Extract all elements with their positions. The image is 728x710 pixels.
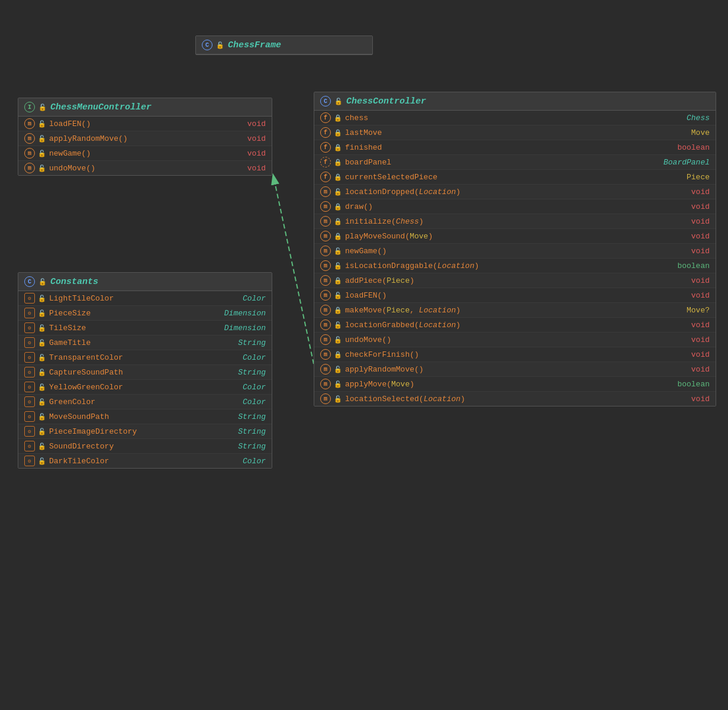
name-PieceImageDirectory: PieceImageDirectory bbox=[49, 427, 215, 436]
member-undoMove-ctrl: m 🔓 undoMove() void bbox=[314, 333, 716, 347]
lock-applyMove: 🔓 bbox=[334, 380, 342, 388]
member-TransparentColor: ⚙ 🔓 TransparentColor Color bbox=[18, 350, 272, 365]
type-chess: Chess bbox=[662, 114, 710, 122]
type-applyRandomMove-ctrl: void bbox=[662, 365, 710, 374]
badge-m-initialize: m bbox=[320, 216, 331, 227]
type-locationDropped: void bbox=[662, 188, 710, 196]
type-loadFEN: void bbox=[218, 120, 266, 128]
constants-box: C 🔓 Constants ⚙ 🔓 LightTileColor Color ⚙… bbox=[18, 272, 272, 469]
member-makeMove: m 🔒 makeMove(Piece, Location) Move? bbox=[314, 303, 716, 318]
member-checkForFinish: m 🔒 checkForFinish() void bbox=[314, 347, 716, 362]
lock-GreenColor: 🔓 bbox=[38, 398, 46, 406]
name-chess: chess bbox=[345, 114, 659, 122]
lock-makeMove: 🔒 bbox=[334, 306, 342, 314]
badge-m-isLocationDraggable: m bbox=[320, 260, 331, 271]
chess-menu-controller-box: I 🔓 ChessMenuController m 🔓 loadFEN() vo… bbox=[18, 98, 272, 176]
lock-draw: 🔒 bbox=[334, 203, 342, 211]
lock-newGame-ctrl: 🔓 bbox=[334, 247, 342, 255]
chess-frame-title: ChessFrame bbox=[228, 40, 281, 50]
name-loadFEN-ctrl: loadFEN() bbox=[345, 291, 659, 300]
lock-GameTitle: 🔓 bbox=[38, 339, 46, 347]
type-undoMove-ctrl: void bbox=[662, 335, 710, 344]
member-chess: f 🔒 chess Chess bbox=[314, 111, 716, 125]
chess-frame-lock: 🔓 bbox=[216, 41, 224, 49]
member-addPiece: m 🔒 addPiece(Piece) void bbox=[314, 273, 716, 288]
name-TileSize: TileSize bbox=[49, 324, 215, 333]
lock-locationGrabbed: 🔓 bbox=[334, 321, 342, 329]
member-draw: m 🔒 draw() void bbox=[314, 199, 716, 214]
chess-controller-box: C 🔓 ChessController f 🔒 chess Chess f 🔒 … bbox=[314, 92, 716, 406]
lock-CaptureSoundPath: 🔓 bbox=[38, 369, 46, 376]
badge-d-PieceSize: ⚙ bbox=[24, 308, 35, 318]
name-newGame-ctrl: newGame() bbox=[345, 247, 659, 256]
type-checkForFinish: void bbox=[662, 350, 710, 359]
badge-m-loadFEN-ctrl: m bbox=[320, 290, 331, 301]
badge-m-newGame-ctrl: m bbox=[320, 246, 331, 256]
name-addPiece: addPiece(Piece) bbox=[345, 276, 659, 285]
member-locationSelected: m 🔓 locationSelected(Location) void bbox=[314, 392, 716, 406]
name-newGame-menu: newGame() bbox=[49, 149, 215, 158]
member-currentSelectedPiece: f 🔒 currentSelectedPiece Piece bbox=[314, 170, 716, 185]
type-GreenColor: Color bbox=[218, 398, 266, 406]
name-playMoveSound: playMoveSound(Move) bbox=[345, 232, 659, 241]
member-GreenColor: ⚙ 🔓 GreenColor Color bbox=[18, 395, 272, 409]
name-boardPanel: boardPanel bbox=[345, 158, 659, 167]
lock-newGame-menu: 🔓 bbox=[38, 150, 46, 157]
badge-d-LightTileColor: ⚙ bbox=[24, 293, 35, 304]
lock-applyRandomMove: 🔓 bbox=[38, 135, 46, 143]
type-boardPanel: BoardPanel bbox=[662, 158, 710, 167]
name-LightTileColor: LightTileColor bbox=[49, 294, 215, 303]
name-applyMove: applyMove(Move) bbox=[345, 380, 659, 389]
badge-m-undoMove-menu: m bbox=[24, 163, 35, 173]
name-makeMove: makeMove(Piece, Location) bbox=[345, 306, 659, 315]
badge-m-playMoveSound: m bbox=[320, 231, 331, 241]
lock-undoMove-menu: 🔓 bbox=[38, 164, 46, 172]
member-newGame-ctrl: m 🔓 newGame() void bbox=[314, 244, 716, 259]
type-undoMove-menu: void bbox=[218, 164, 266, 173]
chess-frame-badge: C bbox=[202, 40, 212, 50]
member-LightTileColor: ⚙ 🔓 LightTileColor Color bbox=[18, 291, 272, 306]
type-GameTitle: String bbox=[218, 338, 266, 347]
name-GameTitle: GameTitle bbox=[49, 338, 215, 347]
member-MoveSoundPath: ⚙ 🔓 MoveSoundPath String bbox=[18, 409, 272, 424]
name-checkForFinish: checkForFinish() bbox=[345, 350, 659, 359]
badge-m-addPiece: m bbox=[320, 275, 331, 286]
member-applyRandomMove: m 🔓 applyRandomMove() void bbox=[18, 131, 272, 146]
badge-m-checkForFinish: m bbox=[320, 349, 331, 360]
type-applyMove: boolean bbox=[662, 380, 710, 389]
member-boardPanel: f 🔒 boardPanel BoardPanel bbox=[314, 155, 716, 170]
lock-addPiece: 🔒 bbox=[334, 277, 342, 285]
lock-loadFEN: 🔓 bbox=[38, 120, 46, 128]
type-MoveSoundPath: String bbox=[218, 412, 266, 421]
member-applyMove: m 🔓 applyMove(Move) boolean bbox=[314, 377, 716, 392]
type-draw: void bbox=[662, 202, 710, 211]
name-applyRandomMove-ctrl: applyRandomMove() bbox=[345, 365, 659, 374]
member-finished: f 🔒 finished boolean bbox=[314, 140, 716, 155]
lock-finished: 🔒 bbox=[334, 144, 342, 151]
member-loadFEN-ctrl: m 🔓 loadFEN() void bbox=[314, 288, 716, 303]
member-YellowGreenColor: ⚙ 🔓 YellowGreenColor Color bbox=[18, 380, 272, 395]
lock-DarkTileColor: 🔓 bbox=[38, 457, 46, 465]
badge-d-MoveSoundPath: ⚙ bbox=[24, 411, 35, 422]
type-finished: boolean bbox=[662, 143, 710, 152]
badge-f-boardPanel: f bbox=[320, 157, 331, 167]
badge-m-locationGrabbed: m bbox=[320, 320, 331, 330]
lock-lastMove: 🔒 bbox=[334, 129, 342, 137]
lock-playMoveSound: 🔒 bbox=[334, 233, 342, 240]
type-newGame-ctrl: void bbox=[662, 247, 710, 256]
name-locationDropped: locationDropped(Location) bbox=[345, 188, 659, 196]
type-makeMove: Move? bbox=[662, 306, 710, 315]
badge-f-lastMove: f bbox=[320, 127, 331, 138]
type-applyRandomMove: void bbox=[218, 134, 266, 143]
lock-chess: 🔒 bbox=[334, 114, 342, 122]
lock-PieceImageDirectory: 🔓 bbox=[38, 428, 46, 435]
name-initialize: initialize(Chess) bbox=[345, 217, 659, 226]
member-PieceSize: ⚙ 🔓 PieceSize Dimension bbox=[18, 306, 272, 321]
type-loadFEN-ctrl: void bbox=[662, 291, 710, 300]
type-locationSelected: void bbox=[662, 395, 710, 404]
lock-MoveSoundPath: 🔓 bbox=[38, 413, 46, 421]
lock-undoMove-ctrl: 🔓 bbox=[334, 336, 342, 344]
chess-controller-badge: C bbox=[320, 96, 331, 106]
badge-d-GreenColor: ⚙ bbox=[24, 396, 35, 407]
badge-d-GameTitle: ⚙ bbox=[24, 337, 35, 348]
